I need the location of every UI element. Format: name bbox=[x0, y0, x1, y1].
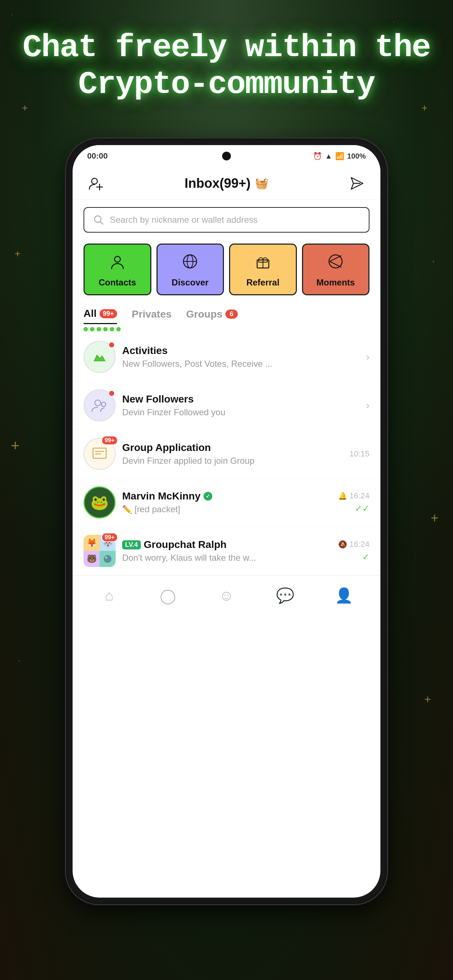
tab-privates[interactable]: Privates bbox=[132, 309, 171, 324]
mute-icon-marvin: 🔔 bbox=[338, 492, 347, 500]
status-icons: ⏰ ▲ 📶 100% bbox=[313, 152, 366, 161]
marvin-preview: ✏️ [red packet] bbox=[122, 504, 332, 514]
search-placeholder: Search by nickname or wallet address bbox=[110, 215, 258, 225]
mute-icon-ralph: 🔕 bbox=[338, 540, 347, 549]
tab-indicator-dots bbox=[73, 324, 380, 333]
sparkle-11: + bbox=[424, 693, 431, 706]
followers-name: New Followers bbox=[122, 393, 360, 405]
status-bar: 00:00 ⏰ ▲ 📶 100% bbox=[73, 145, 380, 167]
referral-button[interactable]: Referral bbox=[229, 243, 297, 295]
svg-point-22 bbox=[104, 555, 111, 563]
activities-preview: New Followers, Post Votes, Receive ... bbox=[122, 359, 360, 369]
profile-icon: 👤 bbox=[335, 587, 353, 604]
hero-line2: Crypto-community bbox=[22, 66, 431, 103]
discover-button[interactable]: Discover bbox=[156, 243, 224, 295]
nav-profile[interactable]: 👤 bbox=[326, 587, 362, 604]
phone-device: 00:00 ⏰ ▲ 📶 100% bbox=[66, 138, 387, 904]
single-check-icon: ✓ bbox=[362, 552, 370, 562]
followers-meta: › bbox=[366, 399, 370, 411]
contacts-button[interactable]: Contacts bbox=[83, 243, 152, 295]
tab-groups-badge: 6 bbox=[225, 310, 238, 319]
nav-smiley[interactable]: ☺ bbox=[208, 587, 245, 604]
group-app-badge: 99+ bbox=[101, 436, 118, 445]
message-item-group-app[interactable]: 99+ Group Application Devin Finzer appli… bbox=[73, 430, 380, 478]
marvin-content: Marvin McKinny ✓ ✏️ [red packet] bbox=[122, 490, 332, 514]
marvin-avatar: 🐸 bbox=[83, 486, 116, 519]
phone-screen: 00:00 ⏰ ▲ 📶 100% bbox=[73, 145, 380, 897]
sparkle-12: · bbox=[393, 18, 395, 26]
followers-preview: Devin Finzer Followed you bbox=[122, 407, 360, 417]
activities-unread-dot bbox=[108, 342, 115, 348]
group-app-name: Group Application bbox=[122, 442, 343, 453]
contacts-label: Contacts bbox=[99, 277, 136, 288]
svg-line-5 bbox=[100, 222, 103, 224]
moments-label: Moments bbox=[317, 277, 355, 288]
tab-all-badge: 99+ bbox=[100, 309, 118, 318]
tabs-row: All 99+ Privates Groups 6 bbox=[73, 304, 380, 324]
chat-icon: 💬 bbox=[276, 587, 294, 604]
referral-icon bbox=[254, 253, 272, 274]
moments-button[interactable]: Moments bbox=[302, 243, 370, 295]
sparkle-7: · bbox=[432, 255, 435, 267]
referral-label: Referral bbox=[246, 277, 279, 288]
sparkle-10: · bbox=[18, 656, 21, 665]
signal-icon: 📶 bbox=[335, 152, 344, 161]
pencil-icon: ✏️ bbox=[122, 505, 132, 514]
home-icon: ⌂ bbox=[105, 587, 113, 604]
message-item-followers[interactable]: New Followers Devin Finzer Followed you … bbox=[73, 381, 380, 430]
wifi-icon: ▲ bbox=[325, 152, 332, 161]
message-item-activities[interactable]: Activities New Followers, Post Votes, Re… bbox=[73, 333, 380, 381]
nav-discover-icon: ◯ bbox=[160, 587, 176, 604]
send-button[interactable] bbox=[347, 173, 367, 194]
filter-icon[interactable]: 🧺 bbox=[255, 177, 268, 189]
ralph-name: LV.4 Groupchat Ralph bbox=[122, 539, 332, 550]
camera-notch bbox=[222, 152, 231, 161]
discover-label: Discover bbox=[172, 277, 209, 288]
marvin-avatar-wrap: 🐸 bbox=[83, 486, 116, 519]
ralph-time: 16:24 bbox=[349, 539, 370, 549]
smiley-icon: ☺ bbox=[219, 587, 234, 604]
add-contact-button[interactable] bbox=[86, 173, 106, 194]
svg-point-0 bbox=[91, 178, 97, 184]
sparkle-8: + bbox=[11, 438, 19, 454]
sparkle-4: + bbox=[22, 102, 28, 114]
followers-unread-dot bbox=[108, 390, 115, 397]
ralph-content: LV.4 Groupchat Ralph Don't worry, Klaus … bbox=[122, 539, 332, 563]
followers-content: New Followers Devin Finzer Followed you bbox=[122, 393, 360, 417]
followers-avatar-wrap bbox=[83, 390, 116, 422]
discover-icon bbox=[181, 253, 199, 274]
ralph-level: LV.4 bbox=[122, 540, 141, 549]
status-time: 00:00 bbox=[87, 151, 108, 161]
svg-point-18 bbox=[101, 402, 106, 407]
tab-groups[interactable]: Groups 6 bbox=[186, 309, 238, 324]
contacts-icon bbox=[109, 253, 126, 274]
group-app-preview: Devin Finzer applied to join Group bbox=[122, 456, 343, 466]
group-app-avatar-wrap: 99+ bbox=[83, 438, 116, 470]
group-app-content: Group Application Devin Finzer applied t… bbox=[122, 442, 343, 466]
nav-chat[interactable]: 💬 bbox=[267, 587, 303, 604]
search-box[interactable]: Search by nickname or wallet address bbox=[83, 207, 370, 232]
group-app-meta: 10:15 bbox=[349, 449, 370, 459]
svg-point-6 bbox=[115, 256, 120, 262]
phone-outer: 00:00 ⏰ ▲ 📶 100% bbox=[66, 138, 387, 904]
svg-point-14 bbox=[329, 255, 342, 268]
nav-discover[interactable]: ◯ bbox=[150, 587, 186, 604]
activities-meta: › bbox=[366, 351, 370, 363]
activities-avatar-wrap bbox=[83, 341, 116, 373]
marvin-name: Marvin McKinny ✓ bbox=[122, 490, 332, 502]
inbox-title: Inbox(99+) 🧺 bbox=[185, 176, 268, 191]
message-item-ralph[interactable]: 🦊 🐺 🐻 99+ bbox=[73, 527, 380, 575]
hero-line1: Chat freely within the bbox=[22, 29, 431, 66]
moments-icon bbox=[327, 253, 344, 274]
message-item-marvin[interactable]: 🐸 Marvin McKinny ✓ ✏️ [red packet] bbox=[73, 478, 380, 527]
battery-indicator: 100% bbox=[347, 152, 366, 161]
group-app-time: 10:15 bbox=[349, 449, 370, 459]
tab-all[interactable]: All 99+ bbox=[83, 308, 117, 324]
nav-home[interactable]: ⌂ bbox=[91, 587, 127, 604]
svg-point-17 bbox=[95, 400, 100, 406]
bottom-nav: ⌂ ◯ ☺ 💬 👤 bbox=[73, 575, 380, 616]
ralph-badge: 99+ bbox=[101, 533, 118, 542]
alarm-icon: ⏰ bbox=[313, 152, 322, 161]
sparkle-6: + bbox=[14, 248, 21, 259]
svg-rect-19 bbox=[93, 448, 106, 458]
